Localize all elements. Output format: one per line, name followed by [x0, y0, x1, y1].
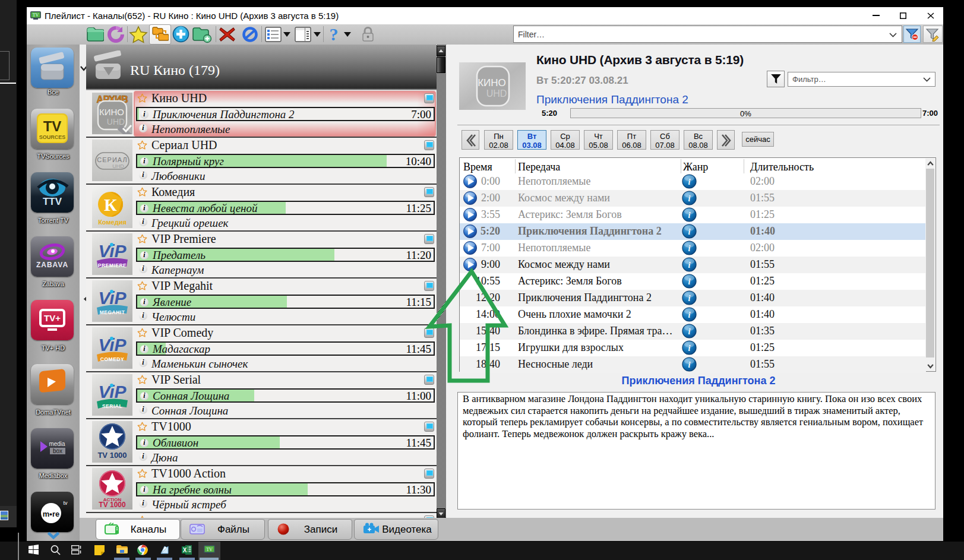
svg-text:i: i — [688, 261, 691, 270]
svg-text:Комедия: Комедия — [98, 219, 127, 226]
svg-text:КИНО: КИНО — [99, 107, 124, 117]
svg-text:i: i — [688, 211, 691, 220]
svg-text:i: i — [688, 344, 691, 353]
svg-text:m•re: m•re — [43, 510, 59, 518]
svg-text:SERIAL: SERIAL — [102, 403, 122, 409]
svg-text:i: i — [688, 178, 691, 186]
svg-text:media: media — [49, 441, 65, 447]
svg-text:ZABAVA: ZABAVA — [36, 261, 68, 269]
svg-text:X: X — [183, 547, 187, 553]
svg-text:КИНО: КИНО — [478, 77, 506, 88]
svg-text:UHD: UHD — [112, 163, 124, 169]
svg-text:СЕРИАЛ: СЕРИАЛ — [97, 156, 127, 163]
svg-text:?: ? — [330, 26, 339, 43]
svg-text:box: box — [53, 448, 62, 454]
svg-text:i: i — [688, 327, 691, 336]
svg-text:i: i — [688, 277, 691, 286]
svg-text:i: i — [688, 244, 691, 253]
svg-text:TV+: TV+ — [44, 313, 61, 323]
svg-text:i: i — [688, 194, 691, 203]
svg-text:i: i — [688, 294, 691, 303]
svg-text:tv: tv — [63, 500, 68, 506]
svg-text:COMEDY: COMEDY — [100, 356, 124, 362]
svg-text:К: К — [104, 195, 117, 214]
svg-text:i: i — [688, 360, 691, 369]
svg-text:MEGAHIT: MEGAHIT — [100, 309, 125, 315]
svg-text:TTV: TTV — [43, 196, 62, 207]
svg-text:SOURCES: SOURCES — [39, 134, 66, 140]
svg-text:i: i — [688, 311, 691, 319]
svg-text:i: i — [688, 227, 691, 236]
svg-text:UHD: UHD — [486, 88, 507, 99]
svg-text:PREMIERE: PREMIERE — [98, 262, 127, 268]
svg-text:TV: TV — [206, 547, 213, 552]
svg-text:TV: TV — [33, 12, 39, 18]
svg-text:TV 1000: TV 1000 — [99, 501, 126, 509]
svg-text:UHD: UHD — [107, 117, 125, 126]
svg-text:TV: TV — [43, 118, 62, 134]
svg-text:TV 1000: TV 1000 — [97, 451, 127, 460]
